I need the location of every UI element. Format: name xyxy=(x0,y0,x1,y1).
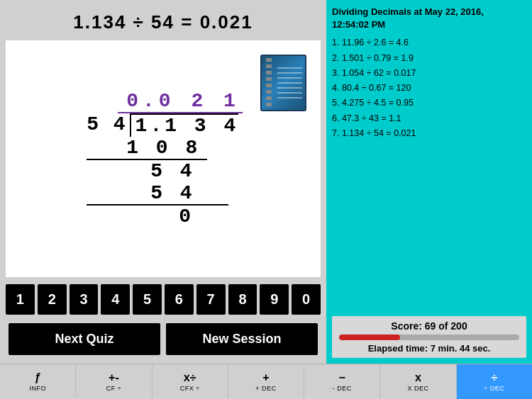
num-btn-3[interactable]: 3 xyxy=(70,284,99,315)
minus-dec-label: - DEC xyxy=(333,385,352,392)
bottom-toolbar: ƒ INFO +- CF ÷ x÷ CFx ÷ + + DEC − - DEC … xyxy=(0,364,532,399)
cfx-div-label: CFx ÷ xyxy=(180,385,200,392)
cf-div-label: CF ÷ xyxy=(106,385,121,392)
new-session-button[interactable]: New Session xyxy=(166,323,318,355)
list-item: 2. 1.501 ÷ 0.79 = 1.9 xyxy=(332,51,526,66)
plus-dec-label: + DEC xyxy=(255,385,276,392)
toolbar-plus-dec-button[interactable]: + + DEC xyxy=(228,364,304,399)
score-area: Score: 69 of 200 Elapsed time: 7 min. 44… xyxy=(332,316,526,358)
div-dec-icon: ÷ xyxy=(491,371,497,384)
notebook-spiral xyxy=(266,58,272,108)
action-buttons: Next Quiz New Session xyxy=(6,319,321,358)
step-2: 5 4 xyxy=(87,160,194,182)
minus-dec-icon: − xyxy=(339,371,345,384)
toolbar-minus-dec-button[interactable]: − - DEC xyxy=(304,364,380,399)
div-dec-label: ÷ DEC xyxy=(484,385,504,392)
quotient-text: 0.0 2 1 xyxy=(126,90,240,112)
info-icon: ƒ xyxy=(35,371,41,384)
x-dec-label: x DEC xyxy=(408,385,429,392)
main-area: 1.134 ÷ 54 = 0.021 xyxy=(0,0,532,364)
progress-bar-fill xyxy=(339,335,400,340)
work-area: 0.0 2 1 5 4 1.1 3 4 1 0 8 5 4 xyxy=(6,40,321,277)
list-item: 6. 47.3 ÷ 43 = 1.1 xyxy=(332,111,526,126)
toolbar-cf-div-button[interactable]: +- CF ÷ xyxy=(76,364,152,399)
divisor-dividend-row: 5 4 1.1 3 4 xyxy=(87,113,238,137)
list-item: 3. 1.054 ÷ 62 = 0.017 xyxy=(332,66,526,81)
score-text: Score: 69 of 200 xyxy=(339,320,519,332)
next-quiz-button[interactable]: Next Quiz xyxy=(9,323,160,355)
num-btn-2[interactable]: 2 xyxy=(38,284,67,315)
list-item: 5. 4.275 ÷ 4.5 = 0.95 xyxy=(332,96,526,111)
num-btn-0[interactable]: 0 xyxy=(292,284,321,315)
num-btn-6[interactable]: 6 xyxy=(165,284,194,315)
num-btn-8[interactable]: 8 xyxy=(228,284,257,315)
division-work: 0.0 2 1 5 4 1.1 3 4 1 0 8 5 4 xyxy=(72,83,254,235)
step-1: 1 0 8 xyxy=(87,137,207,160)
list-item: 7. 1.134 ÷ 54 = 0.021 xyxy=(332,126,526,141)
info-label: INFO xyxy=(29,385,46,392)
equation-text: 1.134 ÷ 54 = 0.021 xyxy=(73,11,253,33)
right-panel: Dividing Decimals at May 22, 2016, 12:54… xyxy=(326,0,532,364)
toolbar-x-dec-button[interactable]: x x DEC xyxy=(380,364,456,399)
cfx-div-icon: x÷ xyxy=(184,371,196,384)
quotient-row: 0.0 2 1 xyxy=(87,90,240,113)
left-panel: 1.134 ÷ 54 = 0.021 xyxy=(0,0,326,364)
plus-dec-icon: + xyxy=(262,371,269,384)
divisor-text: 5 4 xyxy=(87,113,129,135)
toolbar-div-dec-button[interactable]: ÷ ÷ DEC xyxy=(457,364,532,399)
toolbar-info-button[interactable]: ƒ INFO xyxy=(0,364,76,399)
num-btn-9[interactable]: 9 xyxy=(260,284,289,315)
bracket: 1.1 3 4 xyxy=(130,113,239,137)
session-title-main: Dividing Decimals at May 22, 2016, xyxy=(332,6,484,17)
session-title: Dividing Decimals at May 22, 2016, 12:54… xyxy=(332,6,526,31)
toolbar-cfx-div-button[interactable]: x÷ CFx ÷ xyxy=(153,364,228,399)
number-pad: 1 2 3 4 5 6 7 8 9 0 xyxy=(6,280,321,319)
session-list: 1. 11.96 ÷ 2.6 = 4.6 2. 1.501 ÷ 0.79 = 1… xyxy=(332,35,526,141)
elapsed-text: Elapsed time: 7 min. 44 sec. xyxy=(339,343,519,354)
num-btn-5[interactable]: 5 xyxy=(133,284,162,315)
step-4: 0 xyxy=(87,206,194,227)
list-item: 1. 11.96 ÷ 2.6 = 4.6 xyxy=(332,35,526,50)
x-dec-icon: x xyxy=(415,371,421,384)
notebook-icon xyxy=(260,55,306,111)
num-btn-4[interactable]: 4 xyxy=(101,284,130,315)
num-btn-1[interactable]: 1 xyxy=(6,284,35,315)
equation-header: 1.134 ÷ 54 = 0.021 xyxy=(6,6,321,38)
step-3: 5 4 xyxy=(87,182,228,206)
progress-bar-bg xyxy=(339,335,519,340)
dividend-text: 1.1 3 4 xyxy=(135,115,239,137)
list-item: 4. 80.4 ÷ 0.67 = 120 xyxy=(332,81,526,96)
num-btn-7[interactable]: 7 xyxy=(196,284,226,315)
session-subtitle: 12:54:02 PM xyxy=(332,19,385,30)
cf-div-icon: +- xyxy=(109,371,119,384)
